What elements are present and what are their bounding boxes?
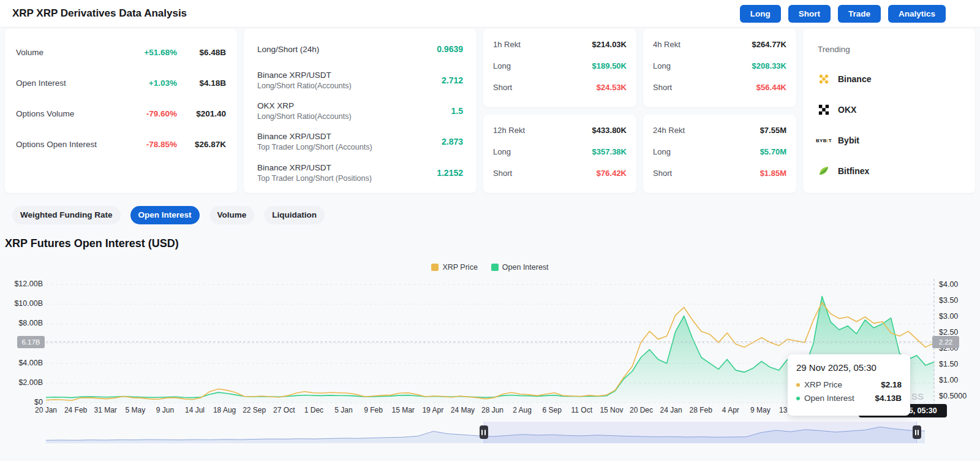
stat-label: Volume [16,48,121,57]
tab-weighted-funding-rate[interactable]: Weighted Funding Rate [12,206,121,224]
long-button[interactable]: Long [740,5,781,23]
ratio-subtitle: Top Trader Long/Short (Accounts) [257,143,442,151]
legend-label: Open Interest [502,263,549,272]
chart-tooltip: 29 Nov 2025, 05:30 XRP Price $2.18 Open … [788,354,910,416]
rekt-long-value: $5.70M [760,147,786,156]
stat-value: $4.18B [177,78,226,88]
trending-title: Trending [818,45,960,54]
ratio-row: Binance XRP/USDT Top Trader Long/Short (… [257,126,463,157]
rekt-card-24h: 24h Rekt$7.55M Long$5.70M Short$1.85M [643,115,796,193]
rekt-period: 24h Rekt [653,126,760,135]
page-header: XRP XRP Derivatives Data Analysis Long S… [0,0,980,28]
stat-change: -78.85% [121,140,177,149]
ratio-value: 1.2152 [437,168,463,178]
rekt-column-2: 4h Rekt$264.77K Long$208.33K Short$56.44… [643,29,796,193]
rekt-card-12h: 12h Rekt$433.80K Long$357.38K Short$76.4… [483,115,636,193]
stat-label: Options Volume [16,109,121,118]
stat-row-options-open-interest: Options Open Interest -78.85% $26.87K [16,129,226,159]
y-axis-right-label: $2.50 [939,328,958,337]
stat-change: -79.60% [121,109,177,118]
navigator-handle-left[interactable] [480,425,488,439]
trending-card: Trending Binance OKX BYB!T Bybit Bitfine… [803,29,975,193]
chart-tabs: Weighted Funding Rate Open Interest Volu… [12,206,980,224]
ratio-title: Long/Short (24h) [257,45,319,54]
binance-icon [818,73,830,85]
rekt-long-value: $357.38K [592,147,627,156]
crosshair-left-axis-badge: 6.17B [17,336,45,348]
y-axis-left-label: $0 [0,398,43,406]
crosshair-right-axis-badge: 2.22 [932,336,959,348]
rekt-total: $433.80K [592,126,627,135]
rekt-short-label: Short [493,169,597,178]
watermark: SS [911,391,924,402]
tooltip-title: 29 Nov 2025, 05:30 [796,362,902,373]
navigator-handle-right[interactable] [913,425,921,439]
y-axis-right-label: $1.50 [939,360,958,368]
stat-change: +1.03% [121,78,177,88]
rekt-long-label: Long [653,61,752,70]
exchange-row-binance[interactable]: Binance [818,64,960,94]
y-axis-right-label: $3.00 [939,312,958,321]
stat-row-volume: Volume +51.68% $6.48B [16,37,226,67]
exchange-name: OKX [838,105,856,115]
legend-item-xrp-price[interactable]: XRP Price [431,263,477,272]
y-axis-left-label: $12.00B [0,280,43,288]
ratio-row: OKX XRP Long/Short Ratio(Accounts) 1.5 [257,96,463,126]
exchange-name: Bitfinex [838,166,869,176]
stat-value: $6.48B [177,48,226,57]
rekt-long-value: $189.50K [592,61,627,70]
rekt-short-label: Short [653,83,756,92]
exchange-row-bybit[interactable]: BYB!T Bybit [818,125,960,156]
bitfinex-icon [818,165,830,177]
exchange-name: Binance [838,74,871,84]
tooltip-row-open-interest: Open Interest $4.13B [796,394,902,403]
stats-cards-row: Volume +51.68% $6.48B Open Interest +1.0… [5,29,975,193]
tab-volume[interactable]: Volume [209,206,255,224]
rekt-total: $214.03K [592,40,627,49]
stat-value: $26.87K [177,140,226,149]
ratio-title: Binance XRP/USDT [257,132,442,141]
tooltip-series-value: $4.13B [875,394,902,403]
legend-item-open-interest[interactable]: Open Interest [491,263,549,272]
analytics-button[interactable]: Analytics [888,5,946,23]
rekt-card-4h: 4h Rekt$264.77K Long$208.33K Short$56.44… [643,29,796,107]
rekt-short-value: $24.53K [597,83,627,92]
tooltip-row-xrp-price: XRP Price $2.18 [796,380,902,389]
ratio-value: 2.873 [442,137,463,147]
xrp-price-marker-icon [796,383,800,387]
navigator-selection[interactable] [484,422,917,443]
stat-row-open-interest: Open Interest +1.03% $4.18B [16,67,226,98]
ratio-value: 2.712 [442,75,463,85]
rekt-long-label: Long [493,147,592,156]
rekt-short-value: $1.85M [760,169,786,178]
ratio-title: Binance XRP/USDT [257,163,437,172]
y-axis-right-label: $1.00 [939,376,958,384]
tooltip-series-name: Open Interest [804,394,870,403]
exchange-row-bitfinex[interactable]: Bitfinex [818,156,960,186]
bybit-icon: BYB!T [818,134,830,147]
rekt-total: $264.77K [752,40,786,49]
rekt-total: $7.55M [760,126,786,135]
short-button[interactable]: Short [788,5,831,23]
xrp-price-swatch [431,264,439,271]
stat-label: Options Open Interest [16,140,121,149]
rekt-period: 1h Rekt [493,40,592,49]
ratio-row: Long/Short (24h) 0.9639 [257,34,463,64]
ratio-subtitle: Long/Short Ratio(Accounts) [257,112,451,121]
rekt-short-label: Short [653,169,760,178]
stat-change: +51.68% [121,48,177,57]
open-interest-chart: XRP Price Open Interest SS 6.17B 2.22 29… [0,256,980,461]
tooltip-series-name: XRP Price [804,380,876,389]
long-short-ratio-card: Long/Short (24h) 0.9639 Binance XRP/USDT… [244,29,477,193]
chart-legend: XRP Price Open Interest [0,263,980,272]
trade-button[interactable]: Trade [838,5,881,23]
rekt-card-1h: 1h Rekt$214.03K Long$189.50K Short$24.53… [483,29,636,107]
open-interest-swatch [491,264,499,271]
open-interest-marker-icon [796,397,800,400]
rekt-long-value: $208.33K [752,61,786,70]
exchange-row-okx[interactable]: OKX [818,94,960,125]
tab-open-interest[interactable]: Open Interest [130,206,200,224]
tab-liquidation[interactable]: Liquidation [264,206,325,224]
rekt-long-label: Long [493,61,592,70]
chart-section-title: XRP Futures Open Interest (USD) [5,236,980,251]
